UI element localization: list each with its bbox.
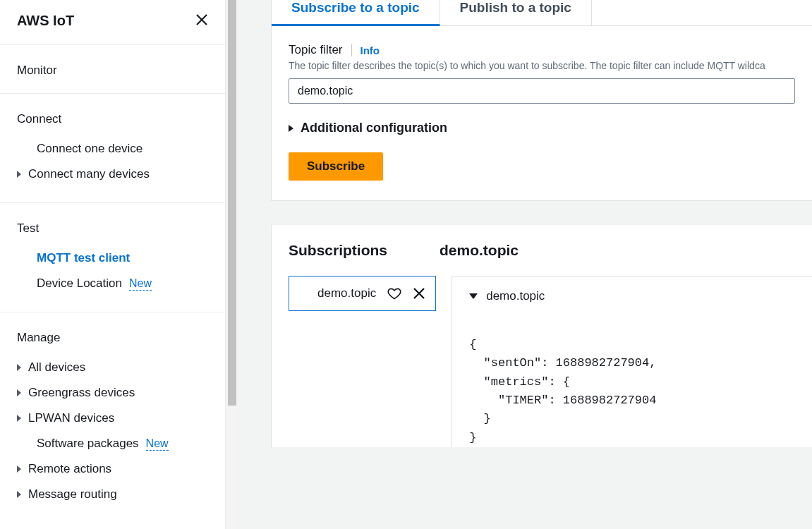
sidebar: AWS IoT Monitor Connect Connect one devi…: [0, 0, 226, 529]
tab-subscribe[interactable]: Subscribe to a topic: [272, 0, 440, 26]
sidebar-scrollbar[interactable]: [226, 0, 238, 529]
heart-icon[interactable]: [387, 286, 401, 300]
nav-connect-many-devices[interactable]: Connect many devices: [17, 162, 208, 187]
caret-right-icon: [17, 415, 21, 422]
topic-filter-help: The topic filter describes the topic(s) …: [289, 60, 795, 71]
sidebar-header: AWS IoT: [0, 0, 225, 45]
subscriptions-panel: Subscriptions demo.topic demo.topic: [271, 225, 812, 447]
caret-right-icon: [17, 466, 21, 473]
nav-item-label: LPWAN devices: [28, 411, 114, 425]
subscribe-panel: Subscribe to a topic Publish to a topic …: [271, 0, 812, 201]
tab-publish[interactable]: Publish to a topic: [440, 0, 592, 25]
nav-item-label: MQTT test client: [37, 251, 130, 265]
main-content: Subscribe to a topic Publish to a topic …: [238, 0, 812, 529]
subscription-chip-label: demo.topic: [317, 286, 376, 300]
close-sidebar-icon[interactable]: [195, 13, 208, 29]
message-header[interactable]: demo.topic: [469, 289, 812, 303]
caret-right-icon: [17, 491, 21, 498]
nav-item-label: Device Location: [37, 276, 122, 291]
nav-heading-test: Test: [17, 221, 208, 236]
nav-item-label: All devices: [28, 360, 85, 375]
caret-right-icon: [17, 364, 21, 371]
nav-item-label: Remote actions: [28, 462, 111, 476]
nav-group-connect: Connect Connect one device Connect many …: [0, 94, 225, 203]
nav-group-monitor: Monitor: [0, 45, 225, 94]
nav-item-label: Connect one device: [37, 142, 143, 156]
sidebar-title: AWS IoT: [17, 13, 74, 29]
caret-right-icon: [17, 171, 21, 178]
close-icon[interactable]: [413, 287, 425, 300]
nav-heading-monitor[interactable]: Monitor: [17, 63, 208, 78]
message-body: { "sentOn": 1688982727904, "metrics": { …: [469, 336, 812, 447]
nav-remote-actions[interactable]: Remote actions: [17, 456, 208, 482]
new-badge: New: [129, 277, 152, 291]
nav-item-label: Greengrass devices: [28, 386, 135, 400]
nav-group-manage: Manage All devices Greengrass devices LP…: [0, 312, 225, 507]
nav-all-devices[interactable]: All devices: [17, 355, 208, 380]
nav-item-label: Software packages: [37, 437, 139, 451]
subscribe-button[interactable]: Subscribe: [289, 152, 383, 181]
caret-right-icon: [289, 125, 293, 132]
nav-heading-manage: Manage: [17, 331, 208, 345]
caret-down-icon: [469, 293, 478, 299]
topic-filter-label: Topic filter: [289, 43, 343, 57]
nav-item-label: Message routing: [28, 487, 117, 501]
message-topic: demo.topic: [486, 289, 545, 303]
additional-configuration-toggle[interactable]: Additional configuration: [289, 121, 795, 135]
nav-software-packages[interactable]: Software packages New: [17, 431, 208, 456]
nav-group-test: Test MQTT test client Device Location Ne…: [0, 203, 225, 312]
divider: [351, 44, 352, 56]
nav-heading-connect: Connect: [17, 112, 208, 126]
topic-filter-input[interactable]: [289, 78, 795, 104]
nav-message-routing[interactable]: Message routing: [17, 482, 208, 507]
nav-greengrass-devices[interactable]: Greengrass devices: [17, 380, 208, 406]
tabs: Subscribe to a topic Publish to a topic: [272, 0, 812, 26]
new-badge: New: [146, 437, 169, 451]
info-link[interactable]: Info: [360, 44, 380, 56]
caret-right-icon: [17, 389, 21, 396]
nav-connect-one-device[interactable]: Connect one device: [17, 136, 208, 162]
current-topic-title: demo.topic: [440, 242, 519, 259]
nav-mqtt-test-client[interactable]: MQTT test client: [17, 245, 208, 271]
nav-item-label: Connect many devices: [28, 167, 150, 181]
scrollbar-thumb[interactable]: [228, 0, 236, 406]
message-box: demo.topic { "sentOn": 1688982727904, "m…: [452, 276, 812, 447]
nav-lpwan-devices[interactable]: LPWAN devices: [17, 406, 208, 431]
additional-configuration-label: Additional configuration: [301, 121, 447, 135]
subscription-chip[interactable]: demo.topic: [289, 276, 436, 311]
nav-device-location[interactable]: Device Location New: [17, 271, 208, 296]
subscriptions-title: Subscriptions: [289, 242, 387, 259]
